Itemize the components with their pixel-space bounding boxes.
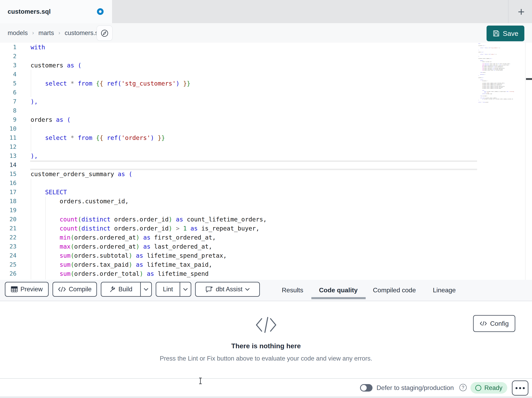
compile-button-label: Compile xyxy=(69,286,92,293)
code-line-20[interactable]: count(distinct orders.order_id) as count… xyxy=(31,215,267,224)
window-bottom-edge xyxy=(0,396,532,398)
line-number[interactable]: 25 xyxy=(0,260,17,269)
compile-button[interactable]: Compile xyxy=(52,282,97,297)
code-line-10[interactable] xyxy=(31,124,267,133)
chevron-down-icon xyxy=(245,288,250,291)
file-tab-customers-sql[interactable]: customers.sql xyxy=(0,0,112,23)
line-number[interactable]: 1 xyxy=(0,43,17,52)
minimap[interactable]: with customers as ( select * from {{ ref… xyxy=(478,43,525,107)
editor-scrollbar-thumb[interactable] xyxy=(526,78,532,80)
save-button[interactable]: Save xyxy=(487,26,524,41)
text-cursor-pointer xyxy=(200,378,201,384)
line-number[interactable]: 6 xyxy=(0,88,17,97)
line-number[interactable]: 10 xyxy=(0,124,17,133)
code-line-7[interactable]: ), xyxy=(31,97,267,106)
tab-lineage[interactable]: Lineage xyxy=(433,280,456,300)
tab-results[interactable]: Results xyxy=(282,280,303,300)
line-number[interactable]: 11 xyxy=(0,133,17,142)
explore-lineage-button[interactable] xyxy=(96,25,113,41)
line-number[interactable]: 20 xyxy=(0,215,17,224)
preview-button[interactable]: Preview xyxy=(5,282,49,297)
code-line-17[interactable]: SELECT xyxy=(31,188,267,197)
code-line-1[interactable]: with xyxy=(31,43,267,52)
code-editor[interactable]: 1234567891011121314151617181920212223242… xyxy=(0,43,532,280)
defer-toggle[interactable] xyxy=(360,384,373,391)
preview-button-label: Preview xyxy=(20,286,43,293)
code-line-14[interactable] xyxy=(31,160,267,170)
code-line-8[interactable] xyxy=(31,106,267,115)
help-icon[interactable]: ? xyxy=(459,384,467,391)
plus-icon: + xyxy=(518,5,525,18)
line-number[interactable]: 21 xyxy=(0,224,17,233)
lint-button-group: Lint xyxy=(156,282,191,297)
empty-state-subtitle: Press the Lint or Fix button above to ev… xyxy=(0,355,532,362)
tab-compiled-code[interactable]: Compiled code xyxy=(373,280,416,300)
dbt-ide-window: customers.sql + models › marts › custome… xyxy=(0,0,532,398)
code-line-3[interactable]: customers as ( xyxy=(31,61,267,70)
wrench-icon xyxy=(109,286,116,293)
editor-scrollbar-track[interactable] xyxy=(525,43,532,280)
unsaved-changes-dot-icon xyxy=(97,8,104,15)
code-line-16[interactable] xyxy=(31,179,267,188)
ellipsis-icon xyxy=(515,387,518,389)
code-line-24[interactable]: sum(orders.subtotal) as lifetime_spend_p… xyxy=(31,251,267,260)
breadcrumb-marts[interactable]: marts xyxy=(38,29,54,37)
code-line-2[interactable] xyxy=(31,52,267,61)
line-number[interactable]: 9 xyxy=(0,115,17,124)
overflow-menu-button[interactable] xyxy=(512,380,528,396)
line-number[interactable]: 23 xyxy=(0,242,17,251)
line-number[interactable]: 4 xyxy=(0,70,17,79)
code-line-4[interactable] xyxy=(31,70,267,79)
dbt-assist-button[interactable]: dbt Assist xyxy=(195,282,260,297)
code-icon xyxy=(58,287,66,292)
line-number[interactable]: 7 xyxy=(0,97,17,106)
new-tab-button[interactable]: + xyxy=(511,0,532,23)
code-line-15[interactable]: customer_orders_summary as ( xyxy=(31,170,267,179)
line-number[interactable]: 18 xyxy=(0,197,17,206)
minimap-line: select * from joined xyxy=(478,102,525,103)
line-number[interactable]: 16 xyxy=(0,179,17,188)
code-slash-icon xyxy=(254,316,278,333)
tab-compiled-code-label: Compiled code xyxy=(373,287,416,294)
lint-dropdown-button[interactable] xyxy=(180,282,191,296)
code-line-5[interactable]: select * from {{ ref('stg_customers') }} xyxy=(31,79,267,88)
chevron-right-icon: › xyxy=(32,30,34,36)
code-line-19[interactable] xyxy=(31,206,267,215)
line-number[interactable]: 8 xyxy=(0,106,17,115)
line-number[interactable]: 13 xyxy=(0,151,17,160)
code-line-11[interactable]: select * from {{ ref('orders') }} xyxy=(31,133,267,142)
line-number[interactable]: 5 xyxy=(0,79,17,88)
code-quality-panel: Config There is nothing here Press the L… xyxy=(0,301,532,378)
build-dropdown-button[interactable] xyxy=(141,282,151,296)
line-number[interactable]: 17 xyxy=(0,188,17,197)
minimap-content: with customers as ( select * from {{ ref… xyxy=(478,43,525,103)
code-line-26[interactable]: sum(orders.order_total) as lifetime_spen… xyxy=(31,269,267,278)
code-line-12[interactable] xyxy=(31,142,267,151)
breadcrumb-models[interactable]: models xyxy=(8,29,28,37)
line-number[interactable]: 26 xyxy=(0,269,17,278)
line-number[interactable]: 22 xyxy=(0,233,17,242)
build-button[interactable]: Build xyxy=(101,282,140,296)
question-mark-glyph: ? xyxy=(462,385,464,390)
code-line-6[interactable] xyxy=(31,88,267,97)
code-line-22[interactable]: min(orders.ordered_at) as first_ordered_… xyxy=(31,233,267,242)
code-line-25[interactable]: sum(orders.tax_paid) as lifetime_tax_pai… xyxy=(31,260,267,269)
lint-button[interactable]: Lint xyxy=(156,282,180,296)
code-line-18[interactable]: orders.customer_id, xyxy=(31,197,267,206)
line-number[interactable]: 14 xyxy=(0,160,17,170)
code-line-21[interactable]: count(distinct orders.order_id) > 1 as i… xyxy=(31,224,267,233)
line-number[interactable]: 15 xyxy=(0,170,17,179)
status-badge[interactable]: Ready xyxy=(470,382,507,394)
line-number[interactable]: 24 xyxy=(0,251,17,260)
code-line-23[interactable]: max(orders.ordered_at) as last_ordered_a… xyxy=(31,242,267,251)
tab-results-label: Results xyxy=(282,287,303,294)
editor-toolbar: Preview Compile Build xyxy=(0,280,532,301)
code-line-13[interactable]: ), xyxy=(31,151,267,160)
line-number[interactable]: 12 xyxy=(0,142,17,151)
line-number[interactable]: 3 xyxy=(0,61,17,70)
code-line-9[interactable]: orders as ( xyxy=(31,115,267,124)
line-number[interactable]: 19 xyxy=(0,206,17,215)
table-icon xyxy=(11,286,18,293)
line-number[interactable]: 2 xyxy=(0,52,17,61)
code-content[interactable]: with customers as ( select * from {{ ref… xyxy=(31,43,267,278)
